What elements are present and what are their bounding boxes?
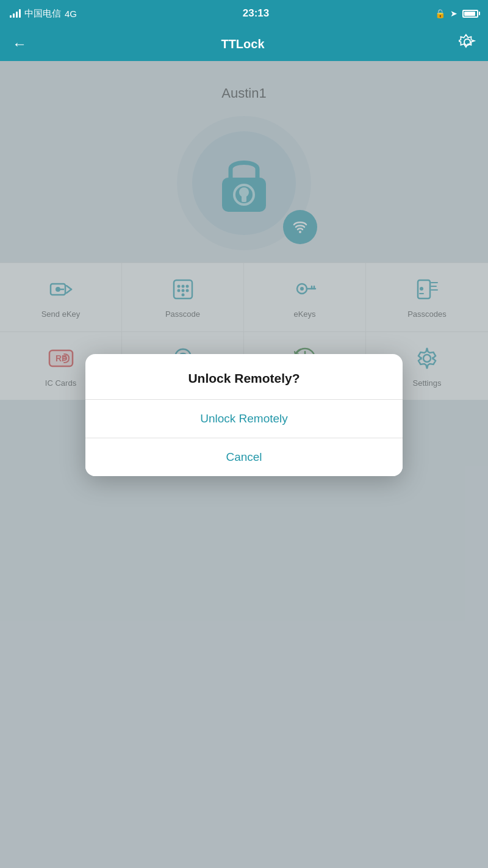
lock-icon: 🔒 <box>435 9 445 18</box>
nav-title: TTLock <box>221 37 264 51</box>
main-content: Austin1 <box>0 61 488 868</box>
back-button[interactable]: ← <box>12 35 27 52</box>
carrier-label: 中国电信 <box>24 8 61 20</box>
battery-fill <box>464 12 475 16</box>
nav-bar: ← TTLock <box>0 27 488 61</box>
status-right: 🔒 ➤ <box>435 9 478 18</box>
settings-icon[interactable] <box>459 34 476 54</box>
dialog-title: Unlock Remotely? <box>104 371 384 386</box>
unlock-remotely-dialog: Unlock Remotely? Unlock Remotely Cancel <box>85 354 403 476</box>
status-bar: 中国电信 4G 23:13 🔒 ➤ <box>0 0 488 27</box>
unlock-remotely-button[interactable]: Unlock Remotely <box>85 400 403 438</box>
signal-icon <box>10 9 21 18</box>
status-time: 23:13 <box>243 7 269 20</box>
battery-icon <box>462 10 478 18</box>
dialog-title-area: Unlock Remotely? <box>85 354 403 400</box>
location-icon: ➤ <box>450 9 458 18</box>
cancel-button[interactable]: Cancel <box>85 438 403 476</box>
network-label: 4G <box>65 9 77 19</box>
status-left: 中国电信 4G <box>10 8 77 20</box>
